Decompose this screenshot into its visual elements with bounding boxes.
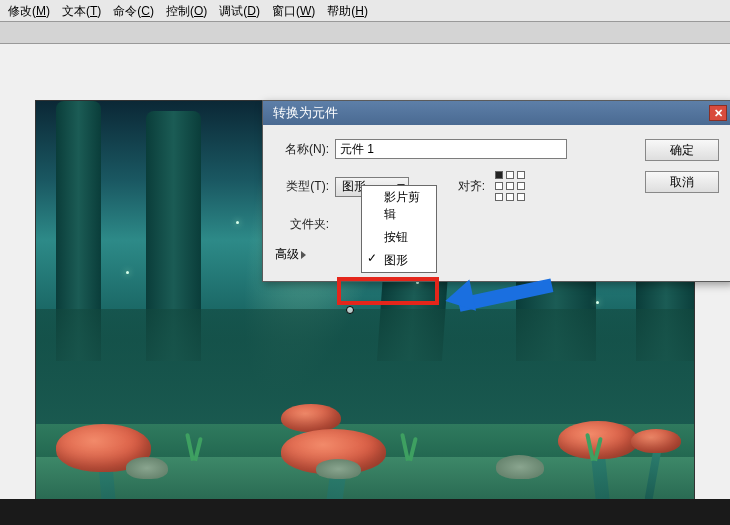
align-ml[interactable]	[495, 182, 503, 190]
align-bl[interactable]	[495, 193, 503, 201]
toolbar-strip	[0, 22, 730, 44]
ok-button[interactable]: 确定	[645, 139, 719, 161]
align-bc[interactable]	[506, 193, 514, 201]
registration-grid	[495, 171, 526, 202]
align-label: 对齐:	[431, 178, 485, 195]
dropdown-button[interactable]: 按钮	[362, 226, 436, 249]
align-tl[interactable]	[495, 171, 503, 179]
align-br[interactable]	[517, 193, 525, 201]
folder-label: 文件夹:	[275, 216, 329, 233]
advanced-label: 高级	[275, 246, 299, 263]
align-mc[interactable]	[506, 182, 514, 190]
dialog-title: 转换为元件	[273, 104, 338, 122]
align-mr[interactable]	[517, 182, 525, 190]
menubar: 修改(M) 文本(T) 命令(C) 控制(O) 调试(D) 窗口(W) 帮助(H…	[0, 0, 730, 22]
dialog-titlebar[interactable]: 转换为元件 ✕	[263, 101, 730, 125]
dropdown-graphic[interactable]: 图形	[362, 249, 436, 272]
menu-control[interactable]: 控制(O)	[160, 0, 213, 21]
annotation-arrow	[441, 280, 561, 320]
align-tc[interactable]	[506, 171, 514, 179]
type-label: 类型(T):	[275, 178, 329, 195]
menu-help[interactable]: 帮助(H)	[321, 0, 374, 21]
bottom-strip	[0, 499, 730, 525]
name-label: 名称(N):	[275, 141, 329, 158]
cancel-button[interactable]: 取消	[645, 171, 719, 193]
menu-command[interactable]: 命令(C)	[107, 0, 160, 21]
selection-center-handle[interactable]	[346, 306, 354, 314]
menu-window[interactable]: 窗口(W)	[266, 0, 321, 21]
chevron-right-icon[interactable]	[301, 251, 306, 259]
dropdown-movieclip[interactable]: 影片剪辑	[362, 186, 436, 226]
menu-text[interactable]: 文本(T)	[56, 0, 107, 21]
type-dropdown: 影片剪辑 按钮 图形	[361, 185, 437, 273]
convert-symbol-dialog: 转换为元件 ✕ 确定 取消 名称(N): 类型(T): 图形 对齐: 文件	[262, 100, 730, 282]
align-tr[interactable]	[517, 171, 525, 179]
close-icon[interactable]: ✕	[709, 105, 727, 121]
name-input[interactable]	[335, 139, 567, 159]
menu-modify[interactable]: 修改(M)	[2, 0, 56, 21]
menu-debug[interactable]: 调试(D)	[213, 0, 266, 21]
